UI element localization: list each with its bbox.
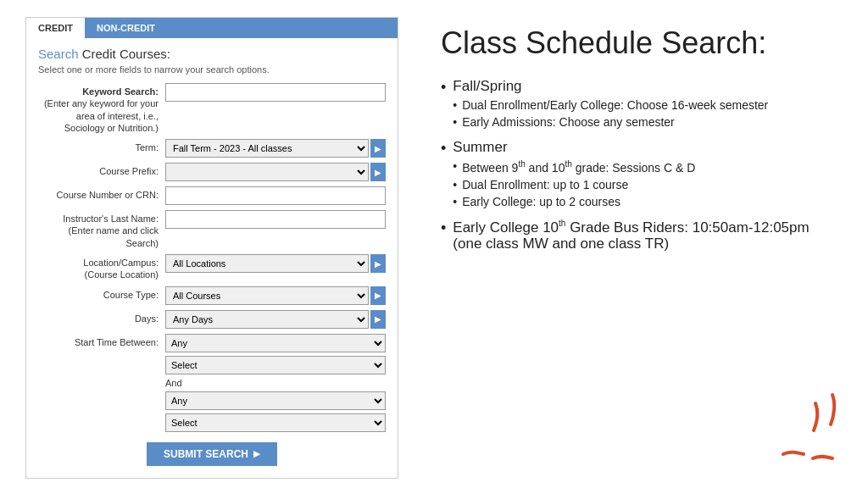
course-type-arrow-button[interactable]: ▶ <box>370 286 386 305</box>
page-title: Class Schedule Search: <box>441 25 834 61</box>
course-number-row: Course Number or CRN: <box>38 186 386 205</box>
title-search-word: Search <box>38 47 79 61</box>
instructor-control <box>165 210 386 229</box>
form-subtitle: Select one or more fields to narrow your… <box>38 64 386 75</box>
sublist-item: Dual Enrollment/Early College: Choose 16… <box>453 98 768 112</box>
instructor-sublabel: (Enter name and click Search) <box>69 225 159 247</box>
location-control: All Locations ▶ <box>165 254 386 273</box>
term-select[interactable]: Fall Term - 2023 - All classes <box>165 139 369 158</box>
course-prefix-row: Course Prefix: ▶ <box>38 163 386 181</box>
term-arrow-button[interactable]: ▶ <box>370 139 386 158</box>
location-arrow-button[interactable]: ▶ <box>370 254 386 273</box>
start-time-any1-select[interactable]: Any <box>165 334 386 352</box>
tab-bar: CREDIT NON-CREDIT <box>26 18 398 38</box>
days-arrow-button[interactable]: ▶ <box>370 310 386 329</box>
start-time-select1[interactable]: Select <box>165 356 386 374</box>
start-time-control: Any Select And Any Select <box>165 334 386 432</box>
course-prefix-control: ▶ <box>165 163 386 181</box>
summer-sublist: Between 9th and 10th grade: Sessions C &… <box>453 159 695 208</box>
course-prefix-select[interactable] <box>165 163 369 181</box>
submit-button[interactable]: SUBMIT SEARCH <box>147 442 277 466</box>
start-time-label: Start Time Between: <box>38 334 165 348</box>
title-rest: Credit Courses: <box>79 47 170 61</box>
sublist-item: Dual Enrollment: up to 1 course <box>453 178 695 191</box>
location-sublabel: (Course Location) <box>85 269 159 280</box>
keyword-sublabel: (Enter any keyword for your area of inte… <box>44 98 159 133</box>
main-list: Fall/Spring Dual Enrollment/Early Colleg… <box>441 78 834 252</box>
instructor-row: Instructor's Last Name: (Enter name and … <box>38 210 386 249</box>
list-item-summer: Summer Between 9th and 10th grade: Sessi… <box>441 139 834 212</box>
right-panel: Class Schedule Search: Fall/Spring Dual … <box>415 0 868 488</box>
start-time-select2[interactable]: Select <box>165 413 386 432</box>
days-select[interactable]: Any Days <box>165 310 369 329</box>
course-prefix-label: Course Prefix: <box>38 163 165 177</box>
fall-spring-sublist: Dual Enrollment/Early College: Choose 16… <box>453 98 768 129</box>
start-time-any2-select[interactable]: Any <box>165 391 386 410</box>
early-college-text: Early College 10th Grade Bus Riders: 10:… <box>453 219 834 253</box>
course-type-select[interactable]: All Courses <box>165 286 369 305</box>
location-row: Location/Campus: (Course Location) All L… <box>38 254 386 281</box>
sublist-item: Early College: up to 2 courses <box>453 195 695 208</box>
sublist-item: Between 9th and 10th grade: Sessions C &… <box>453 159 695 175</box>
course-type-label: Course Type: <box>38 286 165 301</box>
keyword-label: Keyword Search: (Enter any keyword for y… <box>38 83 165 134</box>
term-label: Term: <box>38 139 165 153</box>
form-container: CREDIT NON-CREDIT Search Credit Courses:… <box>25 17 398 479</box>
tab-credit[interactable]: CREDIT <box>26 18 85 38</box>
keyword-row: Keyword Search: (Enter any keyword for y… <box>38 83 386 134</box>
start-time-row: Start Time Between: Any Select And Any <box>38 334 386 432</box>
days-label: Days: <box>38 310 165 324</box>
course-number-input[interactable] <box>165 186 386 205</box>
days-control: Any Days ▶ <box>165 310 386 329</box>
instructor-input[interactable] <box>165 210 386 229</box>
sublist-item: Early Admissions: Choose any semester <box>453 115 768 129</box>
course-type-row: Course Type: All Courses ▶ <box>38 286 386 305</box>
term-row: Term: Fall Term - 2023 - All classes ▶ <box>38 139 386 158</box>
summer-text: Summer <box>453 139 507 155</box>
course-number-label: Course Number or CRN: <box>38 186 165 201</box>
keyword-control <box>165 83 386 102</box>
decorative-squiggles <box>766 386 851 471</box>
fall-spring-text: Fall/Spring <box>453 78 521 94</box>
list-item-early-college: Early College 10th Grade Bus Riders: 10:… <box>441 219 834 253</box>
left-panel: CREDIT NON-CREDIT Search Credit Courses:… <box>0 0 415 488</box>
form-body: Search Credit Courses: Select one or mor… <box>26 38 398 478</box>
days-row: Days: Any Days ▶ <box>38 310 386 329</box>
form-title: Search Credit Courses: <box>38 47 386 61</box>
tab-non-credit[interactable]: NON-CREDIT <box>85 18 167 38</box>
instructor-label: Instructor's Last Name: (Enter name and … <box>38 210 165 249</box>
course-prefix-arrow-button[interactable]: ▶ <box>370 163 386 181</box>
location-select[interactable]: All Locations <box>165 254 369 273</box>
course-number-control <box>165 186 386 205</box>
location-label: Location/Campus: (Course Location) <box>38 254 165 281</box>
submit-row: SUBMIT SEARCH <box>38 442 386 466</box>
term-control: Fall Term - 2023 - All classes ▶ <box>165 139 386 158</box>
start-time-and: And <box>165 378 182 388</box>
list-item-fall-spring: Fall/Spring Dual Enrollment/Early Colleg… <box>441 78 834 132</box>
course-type-control: All Courses ▶ <box>165 286 386 305</box>
keyword-input[interactable] <box>165 83 386 102</box>
